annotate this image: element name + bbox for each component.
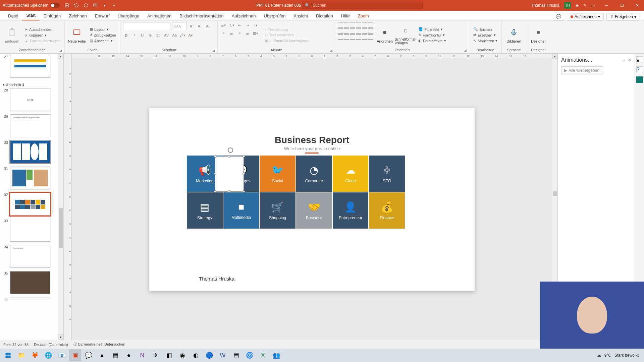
rotation-handle-icon[interactable] (228, 147, 233, 153)
user-avatar[interactable]: TH (564, 2, 571, 9)
resize-handle[interactable] (214, 155, 216, 158)
close-button[interactable]: ✕ (631, 0, 644, 11)
obs-icon[interactable]: ◉ (176, 349, 189, 361)
close-pane-icon[interactable]: ✕ (628, 58, 631, 62)
thumbnail-35[interactable]: 35 (2, 271, 56, 294)
tile-seo[interactable]: ⚛SEO (369, 156, 405, 192)
quick-styles-button[interactable]: ▢Schnellformat-vorlagen (396, 22, 415, 48)
replace-button[interactable]: ⇄Ersetzen▾ (472, 33, 499, 38)
resize-handle[interactable] (243, 190, 245, 193)
scrollbar-thumb[interactable] (553, 191, 557, 196)
search-box[interactable]: 🔍 Suchen (302, 2, 423, 9)
character-spacing-icon[interactable]: AV (163, 32, 169, 38)
numbering-icon[interactable]: ⒈▾ (228, 22, 234, 28)
comments-icon[interactable]: 💬 (553, 13, 564, 20)
strip-help-icon[interactable]: ? (636, 66, 643, 73)
tile-shopping[interactable]: 🛒Shopping (260, 192, 296, 229)
resize-handle[interactable] (228, 190, 230, 193)
align-center-icon[interactable]: ☰ (228, 30, 234, 36)
bold-icon[interactable]: B (123, 32, 129, 38)
tab-dictation[interactable]: Dictation (312, 11, 337, 20)
shapes-gallery[interactable] (338, 22, 373, 48)
select-button[interactable]: ↖Markieren▾ (472, 38, 499, 43)
powerpoint-icon[interactable]: ▣ (69, 349, 81, 361)
tab-view[interactable]: Ansicht (289, 11, 312, 20)
section-button[interactable]: ▤Abschnitt▾ (88, 38, 117, 43)
maximize-button[interactable]: ☐ (615, 0, 629, 11)
telegram-icon[interactable]: ✈ (150, 349, 162, 361)
resize-handle[interactable] (214, 173, 216, 175)
vlc-icon[interactable]: ▲ (96, 349, 108, 361)
qat-customize-icon[interactable]: ▾ (111, 3, 117, 8)
italic-icon[interactable]: I (131, 32, 137, 38)
dialog-launcher-icon[interactable]: ◢ (60, 49, 64, 53)
scroll-up-icon[interactable]: ▴ (58, 54, 63, 59)
find-button[interactable]: 🔍Suchen (472, 27, 499, 32)
edge-icon[interactable]: 🌀 (244, 349, 256, 361)
thumbnail-36[interactable]: 36 (2, 297, 56, 301)
align-text-button[interactable]: ⊟Text ausrichten (263, 33, 311, 38)
slide-canvas[interactable]: Business Report Write here your great su… (149, 108, 475, 291)
strip-designer-icon[interactable] (636, 76, 643, 83)
highlight-icon[interactable]: 🖍▾ (179, 32, 185, 38)
autosave-toggle[interactable]: Automatisches Speichern (3, 3, 60, 8)
tile-entrepreneur[interactable]: 👤Entrepreneur (333, 192, 369, 229)
decrease-font-icon[interactable]: A↓ (197, 23, 203, 29)
justify-icon[interactable]: ☰ (245, 30, 251, 36)
tab-design[interactable]: Entwurf (91, 11, 114, 20)
redo-icon[interactable] (83, 3, 89, 8)
thumbnail-34[interactable]: 34Dashboard (2, 245, 56, 268)
record-button[interactable]: Aufzeichnen▾ (567, 13, 604, 20)
increase-font-icon[interactable]: A↑ (189, 23, 195, 29)
thumbnail-33[interactable]: 33 (2, 219, 56, 242)
undo-icon[interactable] (74, 3, 79, 8)
designer-button[interactable]: ▦Designer (529, 22, 548, 48)
slide-counter[interactable]: Folie 32 von 58 (3, 343, 29, 347)
collapse-pane-icon[interactable]: ⌄ (622, 58, 625, 62)
strikethrough-icon[interactable]: S̶ (147, 32, 153, 38)
tab-transitions[interactable]: Übergänge (114, 11, 143, 20)
tile-finance[interactable]: 💰Finance (369, 192, 405, 229)
resize-handle[interactable] (228, 155, 230, 158)
tile-multimedia[interactable]: ■Multimedia (223, 192, 259, 229)
firefox-icon[interactable]: 🦊 (29, 349, 41, 361)
cloud-sync-icon[interactable]: ◈ (576, 3, 579, 8)
app-icon-3[interactable]: ● (123, 349, 135, 361)
align-right-icon[interactable]: ≡ (236, 30, 243, 36)
dictate-button[interactable]: Diktieren (504, 22, 523, 48)
resize-handle[interactable] (214, 190, 216, 193)
tab-record[interactable]: Aufzeichnen (228, 11, 260, 20)
dialog-launcher-icon[interactable]: ◢ (330, 49, 334, 53)
align-left-icon[interactable]: ≡ (220, 30, 226, 36)
clear-formatting-icon[interactable]: Aₓ (205, 23, 211, 29)
app-icon-5[interactable]: ◐ (190, 349, 202, 361)
chrome-icon[interactable]: 🌐 (42, 349, 54, 361)
slide-title-block[interactable]: Business Report Write here your great su… (275, 135, 350, 154)
share-button[interactable]: ⇧Freigeben▾ (606, 13, 640, 20)
change-case-icon[interactable]: Aa (171, 32, 177, 38)
increase-indent-icon[interactable]: ⇥ (245, 22, 251, 28)
app-icon-4[interactable]: ◧ (163, 349, 175, 361)
convert-smartart-button[interactable]: ▣In SmartArt konvertieren (263, 38, 311, 43)
font-family-input[interactable] (123, 22, 170, 30)
section-header-4[interactable]: ▾Abschnitt 4 (2, 81, 56, 88)
shape-effects-button[interactable]: ◐Formeffekte▾ (417, 38, 447, 43)
app-icon-1[interactable]: 💬 (83, 349, 95, 361)
thumbnail-31[interactable]: 31 (2, 167, 56, 189)
scrollbar-thumb[interactable] (59, 208, 63, 248)
present-from-beginning-icon[interactable] (93, 3, 98, 8)
thumbnail-28[interactable]: 28Ende (2, 88, 56, 111)
bullets-icon[interactable]: ☰▾ (220, 22, 226, 28)
new-slide-button[interactable]: Neue Folie (67, 22, 86, 48)
thumbnail-32[interactable]: 32 (2, 193, 56, 216)
arrange-button[interactable]: ▦Anordnen (375, 22, 394, 48)
tile-social[interactable]: 🐦Social (260, 156, 296, 192)
decrease-indent-icon[interactable]: ⇤ (236, 22, 243, 28)
scroll-up-icon[interactable]: ▴ (552, 54, 557, 59)
line-spacing-icon[interactable]: ↕▾ (253, 22, 259, 28)
format-painter-button[interactable]: 🖌Format übertragen (23, 39, 62, 43)
file-explorer-icon[interactable]: 📁 (15, 349, 28, 361)
app-icon-2[interactable]: ▦ (109, 349, 121, 361)
shape-outline-button[interactable]: ✎Formkontur▾ (417, 33, 447, 38)
minimize-button[interactable]: ─ (600, 0, 613, 11)
